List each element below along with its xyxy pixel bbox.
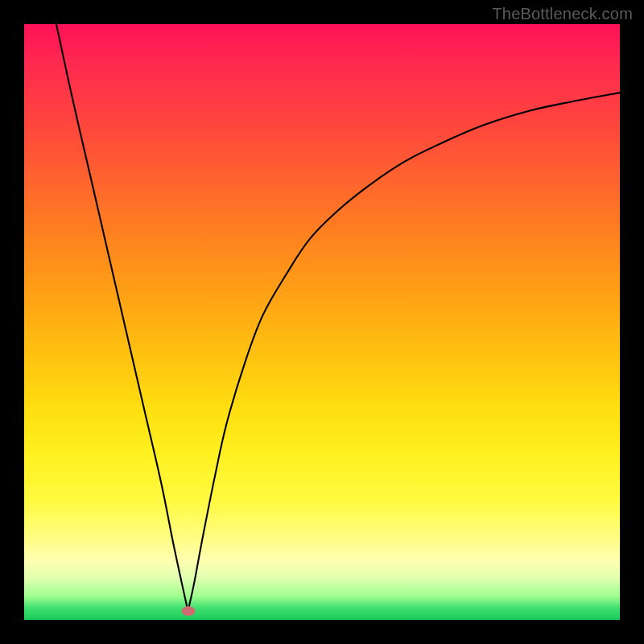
chart-container: TheBottleneck.com (0, 0, 644, 644)
curve-right (188, 93, 621, 611)
curve-svg (24, 24, 620, 620)
curve-left (56, 24, 188, 611)
plot-area (24, 24, 620, 620)
minimum-marker (181, 606, 195, 616)
watermark: TheBottleneck.com (492, 5, 633, 23)
